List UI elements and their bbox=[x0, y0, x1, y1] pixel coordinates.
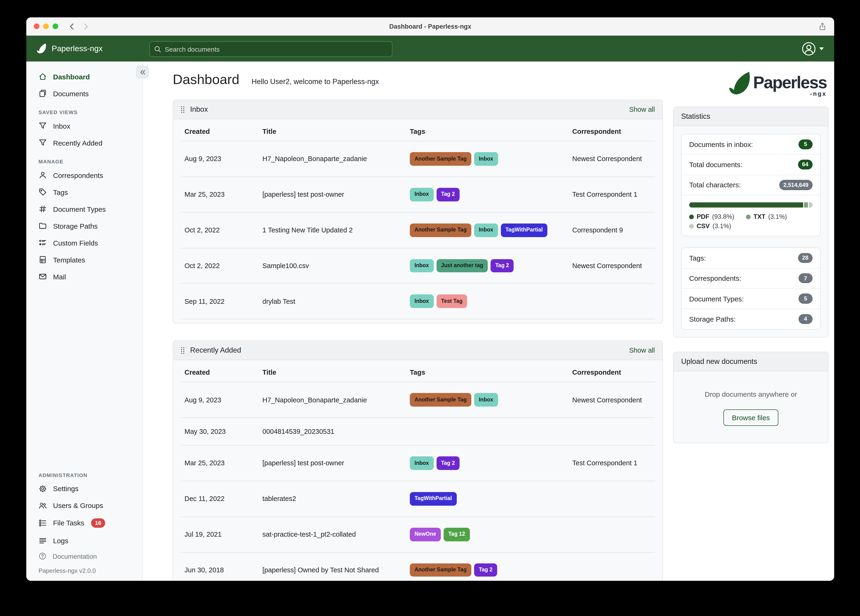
tag-pill[interactable]: Test Tag bbox=[436, 295, 467, 308]
tag-pill[interactable]: Another Sample Tag bbox=[410, 393, 471, 407]
zoom-window-button[interactable] bbox=[53, 24, 58, 29]
sidebar-item-tags[interactable]: Tags bbox=[26, 184, 142, 201]
tag-pill[interactable]: Tag 2 bbox=[436, 456, 459, 470]
sidebar-item-mail[interactable]: Mail bbox=[26, 268, 142, 285]
sidebar-item-templates[interactable]: Templates bbox=[26, 251, 142, 268]
sidebar-item-label: Storage Paths bbox=[53, 222, 98, 230]
table-row[interactable]: Aug 9, 2023H7_Napoleon_Bonaparte_zadanie… bbox=[181, 382, 655, 418]
sidebar-item-documents[interactable]: Documents bbox=[26, 85, 142, 102]
column-header-correspondent: Correspondent bbox=[568, 361, 655, 382]
tag-pill[interactable]: Inbox bbox=[410, 188, 433, 201]
cell-created: Oct 2, 2022 bbox=[181, 248, 259, 284]
table-header-row: Created Title Tags Correspondent bbox=[181, 361, 655, 382]
tag-pill[interactable]: TagWithPartial bbox=[501, 223, 547, 237]
back-icon[interactable] bbox=[69, 23, 75, 30]
tag-pill[interactable]: Tag 12 bbox=[444, 528, 470, 541]
tag-pill[interactable]: Another Sample Tag bbox=[410, 152, 471, 166]
table-row[interactable]: Mar 25, 2023[paperless] test post-ownerI… bbox=[181, 177, 655, 212]
sidebar-item-users-groups[interactable]: Users & Groups bbox=[26, 497, 142, 514]
tag-pill[interactable]: Another Sample Tag bbox=[410, 223, 471, 237]
sidebar-item-file-tasks[interactable]: File Tasks 16 bbox=[26, 514, 142, 532]
sidebar-item-correspondents[interactable]: Correspondents bbox=[26, 167, 142, 184]
table-row[interactable]: Jul 19, 2021sat-practice-test-1_pt2-coll… bbox=[181, 517, 655, 552]
forward-icon[interactable] bbox=[83, 23, 89, 30]
close-window-button[interactable] bbox=[34, 24, 39, 29]
statistics-card-header: Statistics bbox=[674, 107, 828, 126]
table-row[interactable]: Oct 2, 20221 Testing New Title Updated 2… bbox=[181, 212, 655, 248]
sidebar-item-inbox[interactable]: Inbox bbox=[26, 117, 142, 134]
sidebar-item-settings[interactable]: Settings bbox=[26, 480, 142, 497]
share-icon[interactable] bbox=[818, 22, 827, 31]
tag-pill[interactable]: Inbox bbox=[474, 223, 498, 237]
column-header-correspondent: Correspondent bbox=[568, 120, 655, 141]
cell-tags: Another Sample TagInbox bbox=[406, 141, 568, 177]
cell-title: drylab Test bbox=[259, 284, 406, 319]
paperless-leaf-icon bbox=[729, 71, 752, 97]
sidebar-item-storage-paths[interactable]: Storage Paths bbox=[26, 217, 142, 234]
statistics-documents-group: Documents in inbox: 5 Total documents: 6… bbox=[681, 134, 821, 236]
cell-created: Jul 19, 2021 bbox=[181, 517, 259, 552]
cell-correspondent: Newest Correspondent bbox=[568, 248, 655, 284]
table-row[interactable]: Oct 2, 2022Sample100.csvInboxJust anothe… bbox=[181, 248, 655, 284]
search-input[interactable] bbox=[150, 45, 392, 53]
brand[interactable]: Paperless-ngx bbox=[37, 43, 103, 54]
cell-created: Dec 11, 2022 bbox=[181, 481, 259, 517]
inbox-show-all-link[interactable]: Show all bbox=[629, 106, 655, 113]
stat-label: Total characters: bbox=[689, 181, 741, 189]
drag-handle-icon[interactable] bbox=[181, 346, 185, 354]
table-row[interactable]: Jun 30, 2018[paperless] Owned by Test No… bbox=[181, 552, 655, 581]
tag-pill[interactable]: Inbox bbox=[474, 393, 498, 407]
sidebar-item-recently-added[interactable]: Recently Added bbox=[26, 134, 142, 151]
browse-files-button[interactable]: Browse files bbox=[723, 409, 778, 426]
cell-tags bbox=[406, 418, 568, 445]
sidebar: Dashboard Documents SAVED VIEWS Inbox Re… bbox=[26, 61, 143, 581]
statistics-card-title: Statistics bbox=[681, 112, 710, 121]
user-avatar-icon bbox=[802, 42, 816, 56]
question-circle-icon bbox=[39, 552, 47, 560]
greeting-text: Hello User2, welcome to Paperless-ngx bbox=[252, 77, 379, 86]
tag-pill[interactable]: TagWithPartial bbox=[410, 492, 457, 506]
sidebar-item-dashboard[interactable]: Dashboard bbox=[26, 68, 142, 85]
user-menu[interactable] bbox=[802, 42, 824, 56]
tag-pill[interactable]: Tag 2 bbox=[491, 259, 513, 273]
sidebar-section-manage: MANAGE bbox=[39, 159, 136, 164]
chevron-down-icon bbox=[819, 47, 824, 50]
table-row[interactable]: Sep 11, 2022drylab TestInboxTest Tag bbox=[181, 284, 655, 319]
legend-dot bbox=[689, 224, 694, 228]
tag-pill[interactable]: Another Sample Tag bbox=[410, 563, 471, 577]
sidebar-collapse-button[interactable] bbox=[136, 66, 149, 79]
tag-pill[interactable]: Inbox bbox=[474, 152, 498, 166]
cell-title: 0004814539_20230531 bbox=[259, 418, 406, 445]
tag-pill[interactable]: Tag 2 bbox=[474, 563, 497, 577]
recently-added-show-all-link[interactable]: Show all bbox=[629, 347, 655, 354]
table-row[interactable]: Dec 11, 2022tablerates2TagWithPartial bbox=[181, 481, 655, 517]
cell-correspondent bbox=[568, 552, 655, 581]
sidebar-item-document-types[interactable]: Document Types bbox=[26, 201, 142, 217]
minimize-window-button[interactable] bbox=[43, 24, 49, 29]
sidebar-item-label: Tags bbox=[53, 188, 68, 196]
people-icon bbox=[39, 501, 47, 510]
sidebar-item-custom-fields[interactable]: Custom Fields bbox=[26, 234, 142, 251]
upload-dropzone[interactable]: Drop documents anywhere or Browse files bbox=[674, 371, 828, 443]
window-title: Dashboard - Paperless-ngx bbox=[26, 23, 834, 30]
recently-added-card-header: Recently Added Show all bbox=[173, 341, 662, 360]
cell-correspondent bbox=[568, 284, 655, 319]
filter-icon bbox=[39, 138, 47, 147]
tag-pill[interactable]: NewOne bbox=[410, 528, 441, 541]
cell-correspondent: Newest Correspondent bbox=[568, 382, 655, 418]
stat-row: Storage Paths: 4 bbox=[682, 309, 820, 329]
tag-pill[interactable]: Tag 2 bbox=[436, 188, 459, 201]
table-row[interactable]: May 30, 20230004814539_20230531 bbox=[181, 418, 655, 445]
cell-tags: InboxTag 2 bbox=[406, 177, 568, 212]
table-row[interactable]: Aug 9, 2023H7_Napoleon_Bonaparte_zadanie… bbox=[181, 141, 655, 177]
sidebar-item-documentation[interactable]: Documentation bbox=[26, 549, 142, 563]
tag-pill[interactable]: Just another tag bbox=[436, 259, 488, 273]
stat-badge: 64 bbox=[798, 160, 813, 170]
documents-icon bbox=[39, 89, 47, 97]
sidebar-item-logs[interactable]: Logs bbox=[26, 532, 142, 549]
tag-pill[interactable]: Inbox bbox=[410, 259, 433, 273]
tag-pill[interactable]: Inbox bbox=[410, 456, 433, 470]
table-row[interactable]: Mar 25, 2023[paperless] test post-ownerI… bbox=[181, 445, 655, 481]
tag-pill[interactable]: Inbox bbox=[410, 295, 433, 308]
drag-handle-icon[interactable] bbox=[181, 105, 185, 113]
